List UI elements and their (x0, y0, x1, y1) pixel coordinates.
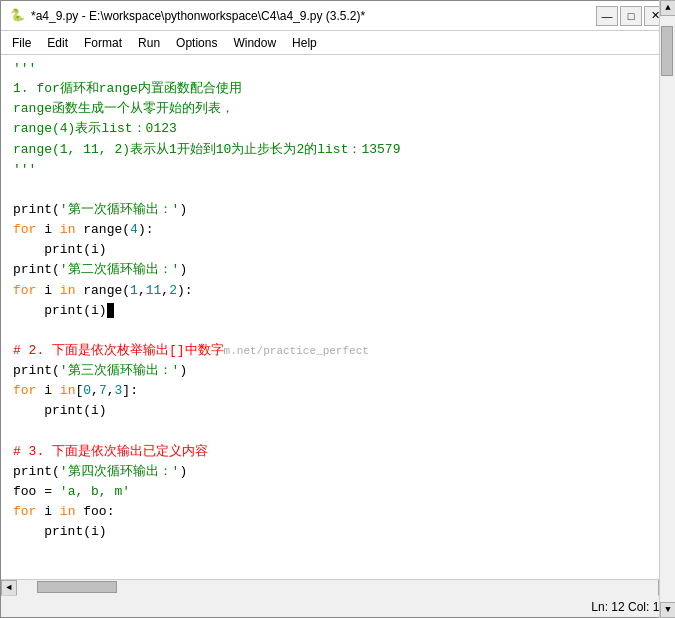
code-scroll[interactable]: ''' 1. for循环和range内置函数配合使用 range函数生成一个从零… (1, 55, 674, 579)
code-editor[interactable]: ''' 1. for循环和range内置函数配合使用 range函数生成一个从零… (1, 55, 674, 546)
code-panel: ''' 1. for循环和range内置函数配合使用 range函数生成一个从零… (1, 55, 674, 579)
window-controls: — □ ✕ (596, 6, 666, 26)
main-area: ''' 1. for循环和range内置函数配合使用 range函数生成一个从零… (1, 55, 674, 579)
cursor-position: Ln: 12 Col: 12 (591, 600, 666, 614)
status-bar: Ln: 12 Col: 12 (1, 595, 674, 617)
window-title: *a4_9.py - E:\workspace\pythonworkspace\… (31, 9, 365, 23)
scroll-thumb-horizontal[interactable] (37, 581, 117, 593)
maximize-button[interactable]: □ (620, 6, 642, 26)
scroll-left-button[interactable]: ◄ (1, 580, 17, 596)
title-bar-left: 🐍 *a4_9.py - E:\workspace\pythonworkspac… (9, 8, 365, 24)
app-icon: 🐍 (9, 8, 25, 24)
scroll-track-vertical[interactable] (660, 55, 674, 579)
menu-window[interactable]: Window (226, 33, 283, 53)
scroll-thumb-vertical[interactable] (661, 55, 673, 76)
menu-options[interactable]: Options (169, 33, 224, 53)
menu-file[interactable]: File (5, 33, 38, 53)
horizontal-scrollbar[interactable]: ◄ ► (1, 579, 674, 595)
vertical-scrollbar[interactable]: ▲ ▼ (659, 55, 674, 579)
menu-edit[interactable]: Edit (40, 33, 75, 53)
menu-run[interactable]: Run (131, 33, 167, 53)
main-window: 🐍 *a4_9.py - E:\workspace\pythonworkspac… (0, 0, 675, 618)
scroll-track-horizontal[interactable] (17, 580, 658, 596)
menu-help[interactable]: Help (285, 33, 324, 53)
minimize-button[interactable]: — (596, 6, 618, 26)
title-bar: 🐍 *a4_9.py - E:\workspace\pythonworkspac… (1, 1, 674, 31)
menu-format[interactable]: Format (77, 33, 129, 53)
menu-bar: File Edit Format Run Options Window Help (1, 31, 674, 55)
